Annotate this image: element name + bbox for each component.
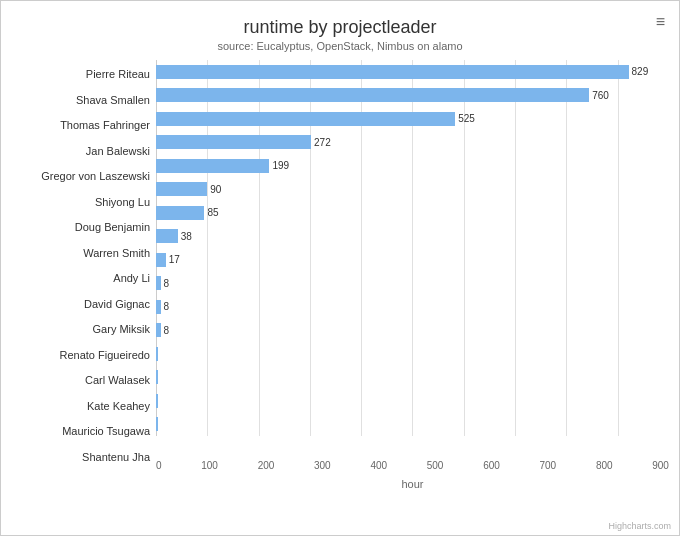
bar-row: 272	[156, 131, 669, 155]
bar-row: 8	[156, 295, 669, 319]
menu-icon[interactable]: ≡	[656, 13, 665, 31]
x-tick: 700	[540, 460, 557, 476]
bar	[156, 65, 629, 79]
chart-subtitle: source: Eucalyptus, OpenStack, Nimbus on…	[11, 40, 669, 52]
bar	[156, 323, 161, 337]
bar	[156, 347, 158, 361]
x-tick: 500	[427, 460, 444, 476]
bar-row: 760	[156, 84, 669, 108]
x-axis: 0100200300400500600700800900	[156, 456, 669, 476]
x-tick: 300	[314, 460, 331, 476]
chart-area: Pierre RiteauShava SmallenThomas Fahring…	[11, 60, 669, 490]
y-label: Thomas Fahringer	[11, 113, 150, 139]
plot-area: 82976052527219990853817888 0100200300400…	[156, 60, 669, 490]
y-label: Shantenu Jha	[11, 445, 150, 471]
bar-row: 525	[156, 107, 669, 131]
x-tick: 900	[652, 460, 669, 476]
bar	[156, 276, 161, 290]
bar	[156, 300, 161, 314]
y-label: Carl Walasek	[11, 368, 150, 394]
bar-row: 829	[156, 60, 669, 84]
bar-row: 8	[156, 272, 669, 296]
y-label: Gregor von Laszewski	[11, 164, 150, 190]
bar-row: 90	[156, 178, 669, 202]
x-tick: 200	[258, 460, 275, 476]
y-label: Shiyong Lu	[11, 190, 150, 216]
bar-row	[156, 342, 669, 366]
bar	[156, 253, 166, 267]
bar	[156, 370, 158, 384]
y-labels: Pierre RiteauShava SmallenThomas Fahring…	[11, 60, 156, 490]
x-tick: 800	[596, 460, 613, 476]
bars-and-grid: 82976052527219990853817888	[156, 60, 669, 456]
bar-row: 38	[156, 225, 669, 249]
highcharts-credit: Highcharts.com	[608, 521, 671, 531]
x-axis-title: hour	[156, 478, 669, 490]
bar-row: 85	[156, 201, 669, 225]
chart-container: ≡ runtime by projectleader source: Eucal…	[0, 0, 680, 536]
y-label: Doug Benjamin	[11, 215, 150, 241]
bar-value-label: 85	[207, 207, 218, 218]
y-label: Mauricio Tsugawa	[11, 419, 150, 445]
y-label: Renato Figueiredo	[11, 343, 150, 369]
bar	[156, 135, 311, 149]
bar-row	[156, 413, 669, 437]
y-label: Shava Smallen	[11, 88, 150, 114]
bar-row: 199	[156, 154, 669, 178]
y-label: Gary Miksik	[11, 317, 150, 343]
y-label: Jan Balewski	[11, 139, 150, 165]
bar-value-label: 199	[272, 160, 289, 171]
y-label: David Gignac	[11, 292, 150, 318]
bar-row: 8	[156, 319, 669, 343]
bar-value-label: 272	[314, 137, 331, 148]
y-label: Pierre Riteau	[11, 62, 150, 88]
bar-value-label: 8	[164, 325, 170, 336]
bar	[156, 206, 204, 220]
bar-row	[156, 389, 669, 413]
bar	[156, 159, 269, 173]
bar-value-label: 760	[592, 90, 609, 101]
y-label: Warren Smith	[11, 241, 150, 267]
bar-value-label: 8	[164, 278, 170, 289]
bars-container: 82976052527219990853817888	[156, 60, 669, 436]
bar	[156, 182, 207, 196]
x-tick: 600	[483, 460, 500, 476]
bar-value-label: 90	[210, 184, 221, 195]
bar-row: 17	[156, 248, 669, 272]
chart-title: runtime by projectleader	[11, 17, 669, 38]
bar	[156, 229, 178, 243]
bar-value-label: 829	[632, 66, 649, 77]
bar	[156, 417, 158, 431]
bar	[156, 88, 589, 102]
bar-row	[156, 366, 669, 390]
x-tick: 400	[370, 460, 387, 476]
bar-value-label: 525	[458, 113, 475, 124]
bar-value-label: 38	[181, 231, 192, 242]
bar	[156, 394, 158, 408]
y-label: Kate Keahey	[11, 394, 150, 420]
x-tick: 0	[156, 460, 162, 476]
bar	[156, 112, 455, 126]
bar-value-label: 17	[169, 254, 180, 265]
y-label: Andy Li	[11, 266, 150, 292]
bar-value-label: 8	[164, 301, 170, 312]
x-tick: 100	[201, 460, 218, 476]
